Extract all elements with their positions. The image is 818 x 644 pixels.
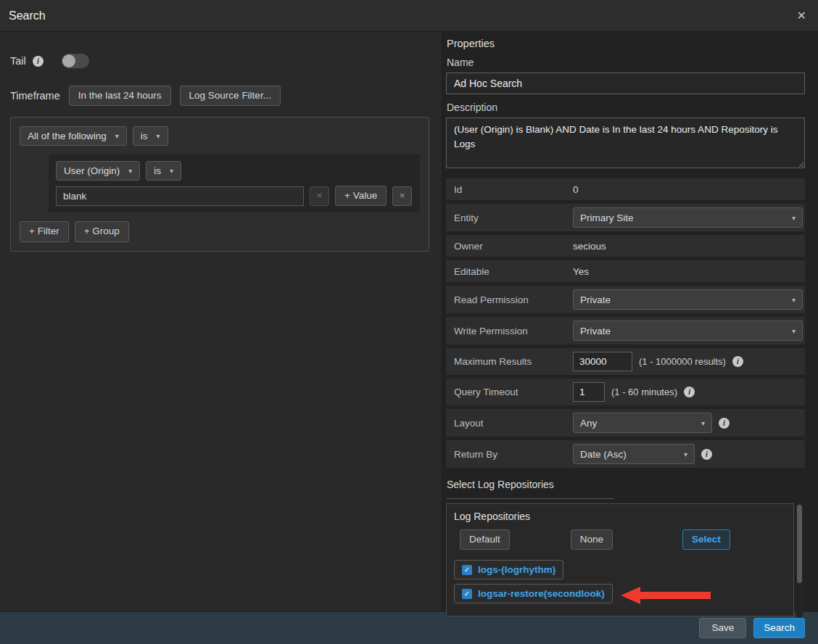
scrolled-element-edge [447, 494, 614, 499]
return-by-value: Date (Asc) [580, 449, 627, 460]
property-row-read-permission: Read Permission Private ▾ [446, 286, 805, 313]
none-button[interactable]: None [571, 529, 613, 550]
default-button[interactable]: Default [460, 529, 510, 550]
repo-item-label: logs-(logrhythm) [478, 564, 555, 575]
dialog-body: Tail i Timeframe In the last 24 hours Lo… [0, 32, 818, 611]
chevron-down-icon: ▾ [701, 419, 705, 427]
layout-info-icon[interactable]: i [719, 418, 730, 429]
property-row-write-permission: Write Permission Private ▾ [446, 317, 805, 344]
dialog-title: Search [9, 9, 46, 22]
owner-label: Owner [454, 241, 573, 252]
repo-item-logsar-restore-secondlook[interactable]: ✓ logsar-restore(secondlook) [454, 584, 613, 603]
group-operator-dropdown[interactable]: is ▾ [133, 126, 168, 146]
chevron-down-icon: ▾ [792, 296, 796, 304]
read-permission-select[interactable]: Private ▾ [573, 289, 803, 310]
maximum-results-info-icon[interactable]: i [732, 356, 743, 367]
rule-header: User (Origin) ▾ is ▾ [56, 161, 413, 181]
checkbox-checked-icon[interactable]: ✓ [462, 589, 472, 599]
layout-label: Layout [454, 418, 573, 429]
add-group-button[interactable]: + Group [75, 221, 129, 242]
property-row-layout: Layout Any ▾ i [446, 409, 805, 437]
id-value: 0 [573, 184, 579, 195]
rule-field-value: User (Origin) [64, 165, 120, 176]
tail-row: Tail i [10, 54, 430, 68]
property-row-query-timeout: Query Timeout (1 - 60 minutes) i [446, 379, 805, 405]
chevron-down-icon: ▾ [128, 167, 132, 175]
editable-value: Yes [573, 266, 589, 277]
properties-pane: Properties Name Description (User (Origi… [442, 32, 818, 611]
layout-select[interactable]: Any ▾ [573, 413, 712, 433]
rule-operator-value: is [154, 165, 161, 176]
repo-item-label: logsar-restore(secondlook) [478, 588, 605, 599]
group-field-dropdown[interactable]: All of the following ▾ [20, 126, 127, 146]
property-rows: Id 0 Entity Primary Site ▾ Owner secious [446, 178, 805, 468]
read-permission-label: Read Permission [454, 294, 573, 305]
filter-actions: + Filter + Group [20, 221, 420, 242]
read-permission-value: Private [580, 294, 611, 305]
rule-value-input[interactable] [56, 186, 304, 206]
entity-label: Entity [454, 212, 573, 223]
repositories-scrollbar[interactable] [796, 503, 803, 618]
maximum-results-input[interactable] [573, 352, 632, 371]
clear-value-button[interactable]: × [310, 186, 329, 206]
chevron-down-icon: ▾ [684, 450, 687, 458]
chevron-down-icon: ▾ [115, 132, 119, 140]
write-permission-select[interactable]: Private ▾ [573, 321, 803, 341]
filter-builder: All of the following ▾ is ▾ User (Origin… [10, 117, 429, 251]
scrollbar-thumb[interactable] [797, 505, 802, 583]
log-source-filter-button[interactable]: Log Source Filter... [180, 86, 281, 106]
property-row-maximum-results: Maximum Results (1 - 1000000 results) i [446, 348, 805, 375]
log-repositories-panel: Log Repositories Default None Select ✓ l… [446, 503, 794, 616]
chevron-down-icon: ▾ [170, 167, 173, 175]
rule-value-row: × + Value × [56, 186, 413, 206]
remove-rule-button[interactable]: × [392, 186, 412, 206]
timeframe-button[interactable]: In the last 24 hours [69, 86, 171, 106]
select-button[interactable]: Select [682, 529, 730, 550]
tail-label: Tail [10, 55, 26, 67]
property-row-owner: Owner secious [446, 235, 805, 257]
write-permission-label: Write Permission [454, 326, 573, 337]
select-log-repositories-label: Select Log Repositories [447, 479, 805, 490]
add-value-button[interactable]: + Value [335, 186, 387, 206]
tail-info-icon[interactable]: i [33, 56, 44, 67]
chevron-down-icon: ▾ [792, 327, 796, 335]
rule-field-dropdown[interactable]: User (Origin) ▾ [56, 161, 140, 181]
chevron-down-icon: ▾ [792, 214, 796, 222]
log-repositories-title: Log Repositories [447, 511, 793, 522]
repository-list: ✓ logs-(logrhythm) ✓ logsar-restore(seco… [447, 560, 793, 603]
owner-value: secious [573, 241, 606, 252]
properties-heading: Properties [447, 38, 805, 49]
layout-value: Any [580, 418, 597, 429]
property-row-editable: Editable Yes [446, 260, 805, 282]
tail-toggle[interactable] [62, 54, 89, 68]
name-label: Name [447, 57, 805, 68]
dialog-titlebar: Search ✕ [0, 0, 818, 32]
maximum-results-label: Maximum Results [454, 356, 573, 367]
checkbox-checked-icon[interactable]: ✓ [462, 565, 472, 575]
name-input[interactable] [446, 73, 805, 94]
query-builder-pane: Tail i Timeframe In the last 24 hours Lo… [0, 32, 442, 611]
query-timeout-input[interactable] [573, 382, 605, 402]
repository-quick-buttons: Default None Select [447, 529, 793, 550]
save-button[interactable]: Save [699, 618, 746, 638]
query-timeout-info-icon[interactable]: i [684, 387, 695, 397]
description-textarea[interactable]: (User (Origin) is Blank) AND Date is In … [446, 117, 805, 168]
property-row-id: Id 0 [446, 178, 805, 200]
repo-item-logs-logrhythm[interactable]: ✓ logs-(logrhythm) [454, 560, 563, 579]
property-row-return-by: Return By Date (Asc) ▾ i [446, 440, 805, 468]
entity-select[interactable]: Primary Site ▾ [573, 207, 803, 228]
rule-operator-dropdown[interactable]: is ▾ [146, 161, 181, 181]
filter-rule-group: User (Origin) ▾ is ▾ × + Value × [49, 154, 420, 212]
log-repositories-area: Log Repositories Default None Select ✓ l… [446, 503, 805, 618]
return-by-info-icon[interactable]: i [701, 449, 712, 460]
query-timeout-hint: (1 - 60 minutes) [611, 387, 677, 397]
return-by-select[interactable]: Date (Asc) ▾ [573, 444, 695, 464]
maximum-results-hint: (1 - 1000000 results) [639, 356, 726, 367]
timeframe-row: Timeframe In the last 24 hours Log Sourc… [10, 86, 430, 106]
search-button[interactable]: Search [753, 618, 805, 638]
close-icon[interactable]: ✕ [797, 10, 806, 22]
description-label: Description [447, 102, 805, 113]
write-permission-value: Private [580, 326, 611, 337]
add-filter-button[interactable]: + Filter [20, 221, 69, 242]
query-timeout-label: Query Timeout [454, 387, 573, 397]
